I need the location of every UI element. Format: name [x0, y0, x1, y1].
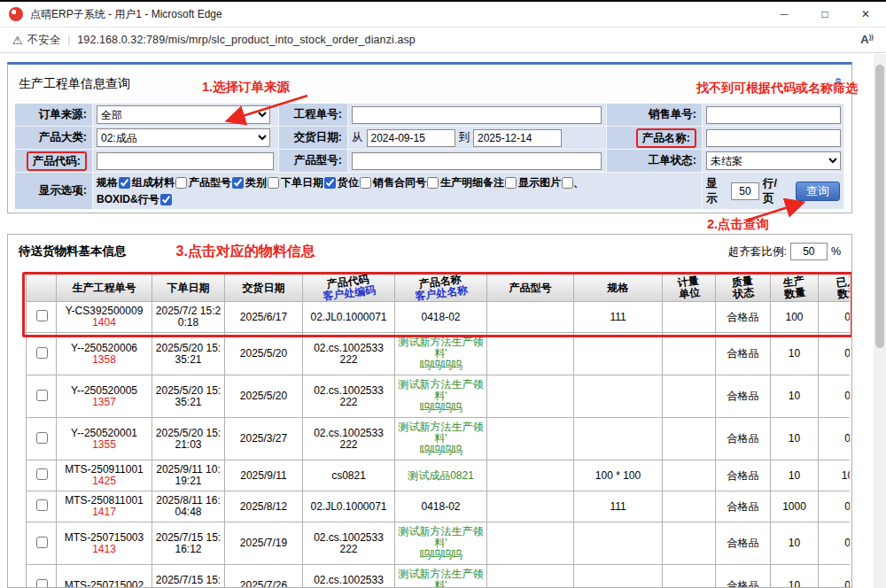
product-code-input[interactable]	[97, 152, 274, 170]
page-scrollbar[interactable]	[874, 54, 886, 588]
table-row[interactable]: MTS-25091100114252025/9/11 10:19:212025/…	[27, 460, 851, 491]
status-field: 未结案	[703, 150, 844, 173]
cell-order-date: 2025/7/2 15:20:18	[152, 302, 225, 333]
read-aloud-icon[interactable]: A))	[860, 33, 874, 46]
cell-model	[487, 302, 574, 333]
cell-spec	[574, 565, 663, 588]
cell-qty: 1000	[771, 491, 819, 522]
table-row[interactable]: MTS-25081100114172025/8/11 16:04:482025/…	[27, 491, 851, 522]
address-separator: |	[67, 34, 70, 46]
rows-per-page-input[interactable]	[731, 182, 759, 200]
close-button[interactable]: ✕	[845, 2, 886, 27]
display-option-checkbox[interactable]	[324, 177, 336, 189]
product-code-label: 产品代码:	[15, 150, 93, 173]
display-option-label: 生产明细备注	[440, 175, 504, 190]
column-header-quality: 质量状态	[716, 275, 771, 302]
display-option-BOXID&行号[interactable]: BOXID&行号	[97, 192, 172, 207]
display-option-label: 货位	[338, 175, 359, 190]
security-label[interactable]: 不安全	[27, 33, 61, 48]
order-source-select[interactable]: 全部	[97, 105, 270, 124]
cell-delivery-date: 2025/5/20	[225, 333, 303, 375]
display-option-组成材料[interactable]: 组成材料	[132, 175, 187, 190]
app-icon	[9, 7, 23, 21]
search-button[interactable]: 查询	[796, 182, 840, 201]
display-option-checkbox[interactable]	[175, 177, 187, 189]
display-option-checkbox[interactable]	[119, 177, 130, 189]
sales-no-input[interactable]	[706, 106, 841, 124]
row-checkbox[interactable]	[36, 390, 48, 401]
cell-in-qty: 0	[819, 491, 851, 522]
display-option-规格[interactable]: 规格	[97, 175, 130, 190]
cell-product-name: 测试新方法生产领料'呜呜呜呜	[395, 375, 487, 418]
row-checkbox[interactable]	[36, 499, 48, 511]
display-option-label: 下单日期	[281, 175, 323, 190]
window-title: 点晴ERP子系统 - 用户1 - Microsoft Edge	[30, 7, 222, 22]
cell-quality: 合格品	[716, 418, 771, 460]
cell-order-no: MTS-250715002	[57, 565, 152, 588]
column-header-unit: 计量单位	[663, 275, 716, 302]
display-option-货位[interactable]: 货位	[338, 175, 371, 190]
page-unit-text: 行/页	[763, 176, 787, 206]
order-source-field: 全部	[93, 104, 279, 127]
row-checkbox[interactable]	[36, 537, 48, 548]
display-option-产品型号[interactable]: 产品型号	[189, 175, 244, 190]
cell-product-code: 02.JL0.1000071	[303, 491, 395, 522]
table-row[interactable]: MTS-25071500314132025/7/15 15:16:122025/…	[27, 522, 851, 565]
date-to-input[interactable]	[473, 129, 562, 147]
cell-unit	[663, 333, 716, 375]
row-checkbox[interactable]	[36, 432, 48, 444]
row-checkbox[interactable]	[36, 347, 48, 359]
scrollbar-thumb[interactable]	[875, 65, 884, 348]
display-option-生产明细备注[interactable]: 生产明细备注	[440, 175, 517, 190]
display-option-销售合同号[interactable]: 销售合同号	[373, 175, 439, 190]
cell-in-qty: 0	[819, 333, 851, 375]
display-option-checkbox[interactable]	[505, 177, 517, 189]
row-checkbox[interactable]	[36, 310, 48, 321]
table-row[interactable]: Y--25052000513572025/5/20 15:35:212025/5…	[27, 375, 851, 418]
maximize-button[interactable]: □	[804, 2, 845, 27]
display-option-checkbox[interactable]	[160, 194, 172, 205]
display-option-下单日期[interactable]: 下单日期	[281, 175, 336, 190]
cell-select	[27, 418, 57, 460]
date-from-input[interactable]	[367, 129, 455, 147]
row-checkbox[interactable]	[36, 468, 48, 480]
display-option-checkbox[interactable]	[360, 177, 371, 189]
display-option-类别[interactable]: 类别	[245, 175, 279, 190]
display-option-checkbox[interactable]	[268, 177, 279, 189]
product-model-input[interactable]	[352, 152, 602, 170]
cell-order-date: 2025/8/11 16:04:48	[152, 491, 225, 522]
product-name-input[interactable]	[706, 129, 841, 147]
product-model-label: 产品型号:	[279, 150, 348, 173]
column-header-product-name: 产品名称客户处名称	[395, 275, 487, 302]
table-row[interactable]: Y-CS39250000914042025/7/2 15:20:182025/6…	[27, 302, 851, 333]
ratio-input[interactable]	[790, 243, 828, 260]
row-checkbox[interactable]	[36, 579, 48, 588]
annotation-step2: 2.点击查询	[707, 216, 769, 233]
table-row[interactable]: Y--25052000113552025/5/20 15:21:032025/3…	[27, 418, 851, 460]
cell-in-qty: 0	[819, 565, 851, 588]
column-header-product-code: 产品代码客户处编码	[303, 275, 395, 302]
display-option-checkbox[interactable]	[232, 177, 244, 189]
cell-delivery-date: 2025/8/12	[225, 491, 303, 522]
table-row[interactable]: MTS-2507150022025/7/15 15:12025/7/2602.c…	[27, 565, 851, 588]
cell-qty: 10	[771, 460, 819, 491]
display-option-label: 规格	[97, 175, 118, 190]
page-url[interactable]: 192.168.0.32:789/mis/mrp/slc_product_int…	[77, 34, 416, 46]
cell-product-name: 测试新方法生产领料'呜呜呜呜	[395, 333, 487, 375]
cell-quality: 合格品	[716, 565, 771, 588]
display-option-checkbox[interactable]	[427, 177, 439, 189]
status-select[interactable]: 未结案	[706, 151, 841, 170]
cell-spec	[574, 375, 663, 418]
cell-qty: 10	[771, 375, 819, 418]
cell-unit	[663, 460, 716, 491]
category-select[interactable]: 02:成品	[97, 128, 270, 147]
cell-order-no: Y--2505200051357	[57, 375, 152, 418]
minimize-button[interactable]: ─	[764, 2, 804, 27]
project-no-input[interactable]	[352, 106, 602, 124]
display-options-label: 显示选项:	[15, 173, 93, 210]
cell-quality: 合格品	[716, 302, 771, 333]
display-option-checkbox[interactable]	[562, 177, 573, 189]
table-row[interactable]: Y--25052000613582025/5/20 15:35:212025/5…	[27, 333, 851, 375]
project-no-label: 工程单号:	[279, 104, 348, 127]
display-option-显示图片[interactable]: 显示图片、	[518, 175, 584, 190]
